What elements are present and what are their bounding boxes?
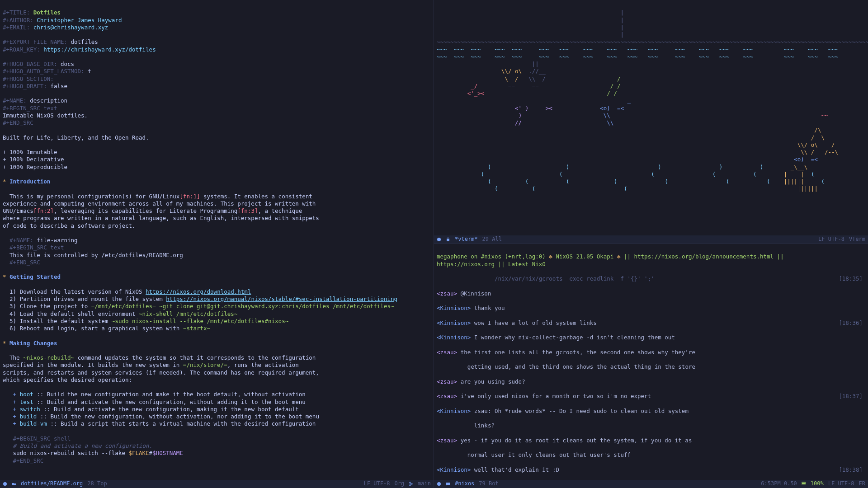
meta-title-key: #+TITLE:: [3, 9, 30, 16]
svg-point-6: [437, 482, 441, 486]
bullet-1: + 100% Declarative: [3, 156, 64, 163]
step-2: 2) Partition drives and mount the file s…: [9, 296, 166, 302]
meta-roam-val: https://chrishayward.xyz/dotfiles: [43, 46, 156, 53]
irc-line: <Kinnison> I wonder why nix-collect-garb…: [437, 334, 865, 341]
bullet-0: + 100% Immutable: [3, 149, 57, 155]
modeline-clock: 6:53PM 0.50: [761, 480, 797, 488]
begin-src-3: #+BEGIN_SRC shell: [13, 435, 71, 442]
erc-topic-cont: [18:35] /nix/var/nix/gcroots -exec readl…: [437, 275, 865, 282]
meta-name2-val: file-warning: [37, 237, 77, 244]
meta-roam-key: #+ROAM_KEY:: [3, 46, 40, 53]
op-boot: boot: [20, 391, 33, 398]
svg-point-1: [410, 482, 411, 483]
heading-intro[interactable]: Introduction: [9, 178, 50, 185]
src-cmd-line: sudo nixos-rebuild switch --flake $FLAKE…: [13, 450, 183, 456]
circle-icon: [437, 482, 441, 486]
meta-hugo-section-key: #+HUGO_SECTION:: [3, 75, 54, 82]
tagline: Built for Life, Liberty, and the Open Ro…: [3, 134, 149, 141]
irc-line: <zsau> the first one lists all the gcroo…: [437, 349, 865, 356]
irc-line: [18:36]<Kinnison> wow I have a lot of ol…: [437, 319, 865, 327]
modeline-vcs[interactable]: main: [418, 480, 431, 488]
meta-hugo-draft-val: false: [50, 83, 67, 89]
modeline-buffer[interactable]: *vterm*: [455, 236, 478, 243]
modeline-buffer[interactable]: dotfiles/README.org: [21, 480, 83, 488]
modeline-buffer[interactable]: #nixos: [455, 480, 474, 488]
modeline-mode: ER: [859, 480, 865, 488]
step-6: 6) Reboot and login, start a graphical s…: [9, 325, 183, 332]
modeline-pos: 29 All: [482, 236, 502, 243]
svg-rect-5: [447, 239, 449, 241]
meta-hugo-base-key: #+HUGO_BASE_DIR:: [3, 61, 57, 67]
heading-star: *: [3, 273, 6, 280]
intro-paragraph: This is my personal configuration(s) for…: [3, 193, 319, 230]
meta-hugo-draft-key: #+HUGO_DRAFT:: [3, 83, 47, 89]
modeline-left: dotfiles/README.org 28 Top LF UTF-8 Org …: [0, 480, 434, 488]
modeline-pos: 79 Bot: [479, 480, 498, 488]
vterm-pane: | | | | ~~~~~~~~~~~~~~~~~~~~~~~~~~~~~~: [434, 0, 868, 244]
nixos-download-link[interactable]: https://nixos.org/download.html: [146, 288, 251, 295]
org-buffer-pane: #+TITLE: Dotfiles #+AUTHOR: Christopher …: [0, 0, 434, 488]
end-src-3: #+END_SRC: [13, 457, 44, 464]
svg-rect-8: [802, 483, 805, 484]
svg-rect-9: [805, 483, 806, 483]
modeline-vterm: *vterm* 29 All LF UTF-8 VTerm: [434, 235, 868, 244]
meta-author-key: #+AUTHOR:: [3, 17, 33, 23]
meta-hugo-lastmod-key: #+HUGO_AUTO_SET_LASTMOD:: [3, 68, 85, 75]
meta-export-val: dotfiles: [71, 38, 98, 45]
meta-email-val: chris@chrishayward.xyz: [33, 24, 108, 31]
irc-line: <Kinnison> thank you: [437, 305, 865, 312]
begin-src-2: #+BEGIN_SRC text: [9, 244, 64, 251]
irc-line: getting used, and the third one shows th…: [437, 363, 865, 371]
meta-author-val: Christopher James Hayward: [37, 17, 122, 23]
erc-topic: megaphone on #nixos (+nrt,lag:0) ✻ NixOS…: [437, 253, 865, 268]
vterm-content[interactable]: | | | | ~~~~~~~~~~~~~~~~~~~~~~~~~~~~~~: [434, 0, 868, 235]
heading-star: *: [3, 340, 6, 347]
step-1: 1) Download the latest version of NixOS: [9, 288, 146, 295]
meta-hugo-lastmod-val: t: [88, 68, 91, 75]
end-src-2: #+END_SRC: [9, 259, 40, 266]
modeline-mode: Org: [394, 480, 404, 488]
irc-line: normal user it only cleans out that user…: [437, 451, 865, 459]
irc-line: [18:38]<Kinnison> well that'd explain it…: [437, 466, 865, 474]
irc-line: <zsau> are you using sudo?: [437, 378, 865, 385]
modeline-mode: VTerm: [849, 236, 865, 243]
making-paragraph: The ~nixos-rebuild~ command updates the …: [3, 354, 328, 384]
step-4: 4) Load the default shell environment: [9, 310, 139, 317]
step-3: 3) Clone the project to: [9, 303, 91, 310]
erc-content[interactable]: megaphone on #nixos (+nrt,lag:0) ✻ NixOS…: [434, 244, 868, 480]
circle-icon: [3, 482, 7, 486]
heading-getting-started[interactable]: Getting Started: [9, 273, 61, 280]
battery-icon: [802, 482, 806, 486]
op-build: build: [20, 413, 37, 420]
modeline-pos: 28 Top: [87, 480, 107, 488]
svg-point-0: [3, 482, 7, 486]
branch-icon: [409, 482, 413, 486]
meta-email-key: #+EMAIL:: [3, 24, 30, 31]
modeline-erc: #nixos 79 Bot 6:53PM 0.50 100% LF UTF-8 …: [434, 480, 868, 488]
meta-name2-key: #+NAME:: [9, 237, 33, 244]
end-src-1: #+END_SRC: [3, 119, 33, 126]
chat-icon: [446, 482, 450, 486]
irc-line: <zsau> yes - if you do it as root it cle…: [437, 437, 865, 444]
modeline-encoding: LF UTF-8: [828, 480, 854, 488]
modeline-encoding: LF UTF-8: [818, 236, 844, 243]
svg-point-2: [410, 485, 411, 486]
src-body-1: Immutable NixOS dotfiles.: [3, 112, 88, 119]
lock-icon: [446, 237, 450, 242]
nixos-partition-link[interactable]: https://nixos.org/manual/nixos/stable/#s…: [166, 296, 397, 302]
begin-src-1: #+BEGIN_SRC text: [3, 105, 57, 112]
op-switch: switch: [20, 406, 40, 413]
meta-name-val: description: [30, 97, 67, 104]
folder-icon: [12, 482, 16, 486]
irc-line: links?: [437, 422, 865, 429]
meta-hugo-base-val: docs: [61, 61, 74, 67]
src-body-2: This file is controlled by /etc/dotfiles…: [9, 252, 183, 258]
src-comment: # Build and activate a new configuration…: [13, 442, 153, 449]
circle-icon: [437, 237, 441, 242]
modeline-encoding: LF UTF-8: [364, 480, 390, 488]
svg-point-4: [437, 238, 441, 241]
org-buffer-content[interactable]: #+TITLE: Dotfiles #+AUTHOR: Christopher …: [0, 0, 434, 480]
heading-making-changes[interactable]: Making Changes: [9, 340, 57, 347]
irc-line: <Kinnison> zsau: Oh *rude words* -- Do I…: [437, 408, 865, 415]
modeline-battery: 100%: [811, 480, 824, 488]
